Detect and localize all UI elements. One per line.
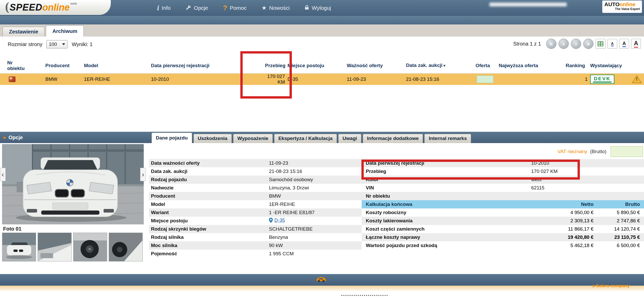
gallery-previous-button[interactable]: ‹	[0, 168, 6, 181]
thumbnail-3[interactable]	[73, 233, 107, 261]
detail-row: Model1ER-REIHE	[149, 200, 362, 208]
previous-page-button[interactable]: ‹	[558, 39, 569, 49]
oferta-input[interactable]	[477, 75, 494, 83]
page-size-value: 100	[49, 41, 57, 47]
calc-row: Koszty robocizny4 950,00 €5 890,50 €	[362, 208, 644, 217]
column-najwyzsza-oferta[interactable]: Najwyższa oferta	[497, 63, 564, 68]
gallery-next-button[interactable]: ›	[140, 168, 146, 181]
column-nr-obiektu[interactable]: Nr obiektu	[0, 60, 28, 71]
next-page-button[interactable]: ›	[571, 39, 581, 49]
list-toolbar-left: Rozmiar strony 100 Wyniki: 1	[8, 40, 92, 48]
column-producent[interactable]: Producent	[44, 63, 82, 68]
info-icon: i	[157, 4, 159, 12]
detail-tabstrip: Dane pojazdu Uszkodzenia Wyposażenie Eks…	[151, 133, 471, 143]
calc-header: Kalkulacja końcowa Netto Brutto	[362, 200, 644, 208]
font-size-medium-button[interactable]: A	[619, 39, 629, 49]
logo-speed-text: SPEED	[10, 2, 42, 13]
detail-row: Moc silnika90 kW	[149, 241, 362, 250]
chevron-down-icon	[62, 43, 65, 45]
tab-wyposazenie[interactable]: Wyposażenie	[233, 134, 273, 143]
menu-item-info[interactable]: i Info	[157, 4, 171, 12]
page-size-select[interactable]: 100	[46, 40, 67, 48]
autoonline-logo: AUTOonline The Value Expert	[602, 1, 642, 13]
location-link[interactable]: D-35	[269, 217, 285, 223]
warning-icon[interactable]: !	[632, 75, 641, 83]
menu-label: Opcje	[194, 5, 208, 11]
table-header: Nr obiektu Producent Model Data pierwsze…	[0, 58, 644, 73]
detail-rows-left: Data ważności oferty11-09-23 Data zak. a…	[149, 159, 362, 258]
devk-logo-subtext	[593, 82, 612, 83]
object-photo-icon	[9, 76, 15, 82]
logo-swoosh-icon: (	[5, 0, 9, 13]
column-oferta[interactable]: Oferta	[474, 63, 497, 68]
vat-line: VAT nieznany (Brutto)	[557, 149, 606, 154]
cell-ranking: 1	[564, 76, 589, 82]
photo-gallery: ‹ › Foto 01	[0, 143, 146, 274]
menu-item-opcje[interactable]: Opcje	[186, 5, 208, 12]
thumbnail-2[interactable]	[38, 233, 72, 261]
calc-row: Wartość pojazdu przed szkodą5 462,18 €6 …	[362, 241, 644, 250]
list-toolbar-right: Strona 1 z 1 « ‹ › » A A A	[513, 39, 641, 49]
logo-web-sup: web	[70, 2, 77, 5]
cell-producent: BMW	[44, 76, 82, 82]
cell-wystawiajacy: DEVK !	[589, 75, 644, 84]
vat-label: VAT nieznany	[557, 149, 587, 154]
detail-row: Miejsce postoju D-35	[149, 217, 362, 225]
table-row[interactable]: BMW 1ER-REIHE 10-2010 170 027 KM D-35 11…	[0, 74, 644, 85]
column-waznosc-oferty[interactable]: Ważność oferty	[345, 63, 404, 68]
column-model[interactable]: Model	[82, 63, 149, 68]
tab-uszkodzenia[interactable]: Uszkodzenia	[193, 134, 232, 143]
main-tabstrip: Zestawienie Archiwum	[0, 24, 644, 37]
detail-row: Wariant1 -ER REIHE E81/87	[149, 208, 362, 217]
wrench-icon	[186, 5, 191, 12]
cell-przebieg: 170 027 KM	[258, 74, 286, 85]
tab-dane-pojazdu[interactable]: Dane pojazdu	[151, 133, 192, 143]
car-icon	[316, 276, 327, 284]
tab-internal-remarks[interactable]: Internal remarks	[424, 134, 471, 143]
tab-zestawienie[interactable]: Zestawienie	[3, 27, 45, 37]
results-panel: Rozmiar strony 100 Wyniki: 1 Strona 1 z …	[0, 37, 644, 132]
main-photo[interactable]	[2, 144, 144, 224]
font-size-large-button[interactable]: A	[631, 39, 641, 49]
bottom-strip	[0, 286, 644, 291]
font-size-small-button[interactable]: A	[607, 39, 617, 49]
export-table-icon	[597, 41, 604, 47]
cell-oferta	[474, 75, 497, 83]
cell-miejsce-postoju: D-35	[286, 76, 345, 82]
help-icon: ?	[223, 4, 227, 12]
tab-uwagi[interactable]: Uwagi	[338, 134, 361, 143]
tab-informacje-dodatkowe[interactable]: Informacje dodatkowe	[363, 134, 423, 143]
tab-ekspertyza-kalkulacja[interactable]: Ekspertyza / Kalkulacja	[274, 134, 337, 143]
vat-value-box[interactable]	[611, 146, 643, 157]
menu-item-wyloguj[interactable]: Wyloguj	[304, 5, 331, 12]
menu-item-nowosci[interactable]: ★ Nowości	[261, 5, 290, 11]
column-ranking[interactable]: Ranking	[564, 63, 589, 68]
column-wystawiajacy[interactable]: Wystawiający	[589, 63, 644, 68]
column-miejsce-postoju[interactable]: Miejsce postoju	[286, 63, 345, 68]
first-page-button[interactable]: «	[546, 39, 556, 49]
secondary-bar	[0, 16, 644, 24]
detail-row: Pojemność1 995 CCM	[149, 250, 362, 258]
thumbnail-1[interactable]	[2, 233, 36, 261]
detail-row: ProducentBMW	[149, 192, 362, 200]
object-cell	[0, 76, 44, 82]
page-size-label: Rozmiar strony	[8, 41, 42, 47]
column-data-zak-aukcji[interactable]: Data zak. aukcji▾	[404, 63, 474, 68]
logo-online-text: online	[42, 2, 70, 13]
menu-label: Wyloguj	[312, 5, 331, 11]
cell-data-pierwszej-rejestracji: 10-2010	[149, 76, 258, 82]
options-toggle[interactable]: ▸ Opcje	[4, 132, 23, 143]
menu-label: Info	[162, 5, 171, 11]
calc-row-total: Łączne koszty naprawy19 420,80 €23 110,7…	[362, 233, 644, 241]
detail-row: Data ważności oferty11-09-23	[149, 159, 362, 167]
thumbnail-4[interactable]	[109, 233, 143, 261]
speedonline-window: ( SPEED online web i Info Opcje ? Pomoc …	[0, 0, 644, 298]
export-button[interactable]	[596, 39, 605, 49]
page-indicator: Strona 1 z 1	[513, 41, 541, 47]
column-data-pierwszej-rejestracji[interactable]: Data pierwszej rejestracji	[149, 63, 258, 68]
map-pin-icon	[269, 218, 273, 223]
column-przebieg[interactable]: Przebieg	[258, 63, 286, 68]
tab-archiwum[interactable]: Archiwum	[46, 25, 84, 37]
menu-item-pomoc[interactable]: ? Pomoc	[223, 4, 247, 12]
last-page-button[interactable]: »	[583, 39, 594, 49]
